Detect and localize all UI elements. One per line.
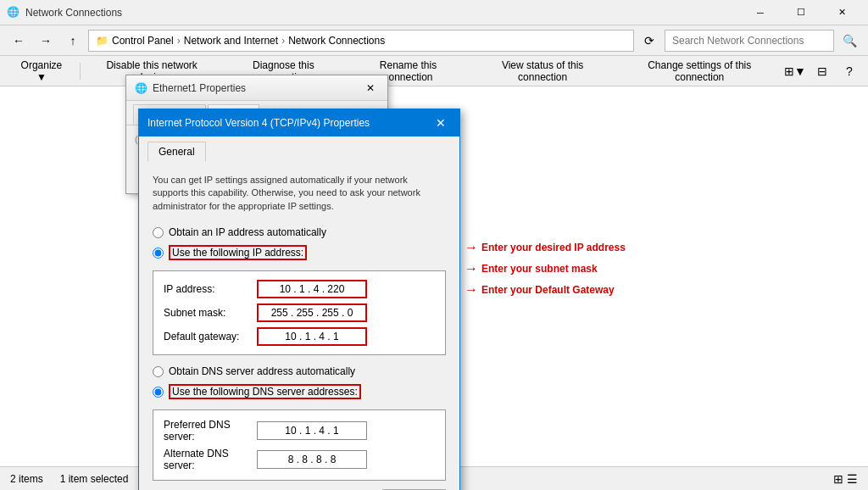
breadcrumb-sep-1: › [177,35,181,47]
breadcrumb-sep-2: › [281,35,285,47]
refresh-button[interactable]: ⟳ [637,29,661,53]
forward-button[interactable]: → [34,29,58,53]
ip-address-row: IP address: [164,280,435,298]
manual-ip-radio[interactable] [153,248,164,259]
dns-radio-group: Obtain DNS server address automatically … [153,364,446,401]
gateway-annotation-text: Enter your Default Gateway [481,284,615,296]
auto-dns-radio[interactable] [153,366,164,377]
ipv4-dialog-title: Internet Protocol Version 4 (TCP/IPv4) P… [147,117,431,129]
toolbar-separator-1 [80,63,81,80]
eth-dialog-title: Ethernet1 Properties [153,82,362,94]
search-input[interactable] [665,30,834,52]
ipv4-dialog-body: You can get IP settings assigned automat… [139,162,459,490]
eth-dialog-close-button[interactable]: ✕ [362,80,379,97]
window-controls: ─ ☐ ✕ [741,0,861,25]
default-gateway-row: Default gateway: [164,327,435,346]
minimize-button[interactable]: ─ [741,0,780,25]
preferred-dns-row: Preferred DNS server: [164,419,435,443]
default-gateway-label: Default gateway: [164,331,257,342]
gateway-annotation: → Enter your Default Gateway [465,282,615,298]
list-view-button[interactable]: ☰ [847,472,858,486]
search-button[interactable]: 🔍 [837,29,861,53]
subnet-mask-row: Subnet mask: [164,303,435,322]
breadcrumb-control-panel[interactable]: Control Panel [112,35,174,47]
alternate-dns-row: Alternate DNS server: [164,448,435,471]
ipv4-tab-strip: General [139,136,459,162]
ip-address-input[interactable] [257,280,367,298]
view-buttons: ⊞ ☰ [833,472,858,486]
ip-radio-group: Obtain an IP address automatically Use t… [153,225,446,262]
auto-dns-radio-label[interactable]: Obtain DNS server address automatically [153,364,446,379]
selected-count: 1 item selected [60,473,129,485]
breadcrumb-folder-icon: 📁 [96,35,108,47]
auto-ip-radio[interactable] [153,227,164,238]
subnet-annotation: → Enter your subnet mask [465,261,598,276]
ip-fields-section: IP address: Subnet mask: Default gateway… [153,270,446,355]
alternate-dns-input[interactable] [257,450,367,469]
eth-dialog-icon: 🌐 [135,82,147,94]
window-title: Network Connections [25,7,741,19]
ip-annotation-text: Enter your desired IP address [481,242,626,253]
alternate-dns-label: Alternate DNS server: [164,448,257,471]
auto-ip-label: Obtain an IP address automatically [169,226,326,238]
change-settings-button[interactable]: Change settings of this connection [616,59,783,83]
ipv4-tab-general[interactable]: General [147,142,206,162]
dns-fields-section: Preferred DNS server: Alternate DNS serv… [153,409,446,481]
ipv4-titlebar: Internet Protocol Version 4 (TCP/IPv4) P… [139,109,459,136]
subnet-arrow-icon: → [465,261,478,276]
subnet-annotation-text: Enter your subnet mask [481,263,598,275]
view-options-button[interactable]: ⊞▼ [783,59,807,83]
help-button[interactable]: ? [837,59,861,83]
preferred-dns-input[interactable] [257,421,367,440]
view-status-button[interactable]: View status of this connection [470,59,616,83]
breadcrumb-network-internet[interactable]: Network and Internet [184,35,278,47]
up-button[interactable]: ↑ [61,29,85,53]
auto-dns-label: Obtain DNS server address automatically [169,365,355,377]
item-count: 2 items [10,473,43,485]
toolbar-right: ⊞▼ ⊟ ? [783,59,861,83]
gateway-arrow-icon: → [465,282,478,298]
manual-ip-radio-label[interactable]: Use the following IP address: [153,243,446,262]
eth-dialog-titlebar: 🌐 Ethernet1 Properties ✕ [126,75,387,101]
ipv4-properties-dialog: Internet Protocol Version 4 (TCP/IPv4) P… [138,109,460,490]
pane-toggle-button[interactable]: ⊟ [810,59,834,83]
subnet-mask-label: Subnet mask: [164,307,257,319]
large-icon-view-button[interactable]: ⊞ [833,472,843,486]
close-button[interactable]: ✕ [822,0,861,25]
default-gateway-input[interactable] [257,327,367,346]
ip-address-label: IP address: [164,283,257,295]
manual-ip-label: Use the following IP address: [169,245,307,260]
back-button[interactable]: ← [7,29,31,53]
ip-annotation: → Enter your desired IP address [465,240,626,255]
ipv4-close-button[interactable]: ✕ [431,113,451,133]
breadcrumb: 📁 Control Panel › Network and Internet ›… [88,30,634,52]
subnet-mask-input[interactable] [257,303,367,322]
maximize-button[interactable]: ☐ [782,0,821,25]
title-bar: 🌐 Network Connections ─ ☐ ✕ [0,0,868,25]
organize-button[interactable]: Organize ▼ [7,59,76,83]
ipv4-description: You can get IP settings assigned automat… [153,174,446,213]
breadcrumb-network-connections[interactable]: Network Connections [288,35,385,47]
auto-ip-radio-label[interactable]: Obtain an IP address automatically [153,225,446,240]
manual-dns-label: Use the following DNS server addresses: [169,384,361,399]
ip-arrow-icon: → [465,240,478,255]
manual-dns-radio[interactable] [153,387,164,398]
manual-dns-radio-label[interactable]: Use the following DNS server addresses: [153,382,446,401]
address-bar: ← → ↑ 📁 Control Panel › Network and Inte… [0,25,868,56]
preferred-dns-label: Preferred DNS server: [164,419,257,443]
window-icon: 🌐 [7,6,20,19]
